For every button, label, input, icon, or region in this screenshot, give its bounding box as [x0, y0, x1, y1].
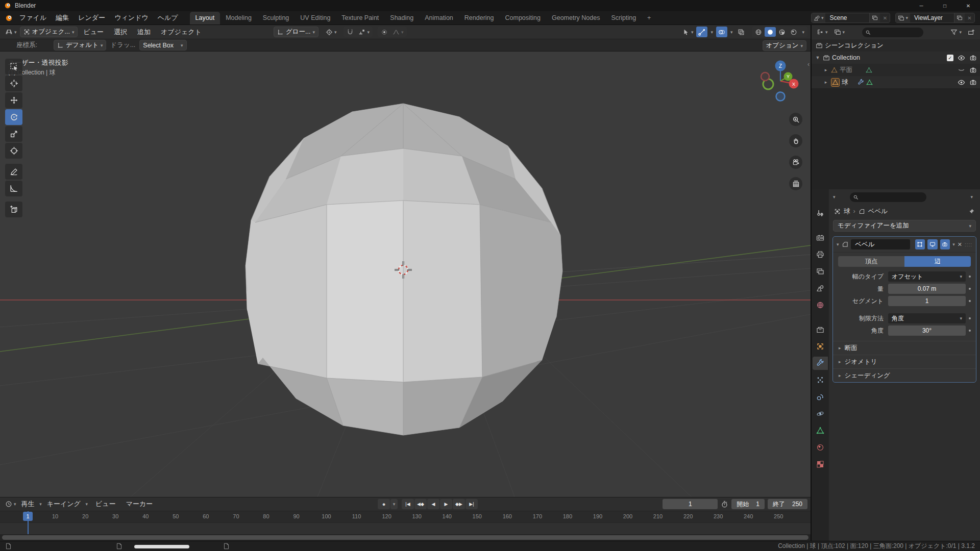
tab-object[interactable]	[813, 340, 828, 353]
view-layer-name[interactable]: ViewLayer	[910, 14, 954, 21]
stopwatch-icon[interactable]	[721, 500, 728, 508]
playback-menu[interactable]: 再生 ▾	[19, 499, 44, 510]
hide-eye-icon[interactable]	[958, 79, 965, 86]
tool-rotate[interactable]	[5, 109, 22, 125]
editor-type-button[interactable]: ▾	[3, 27, 19, 37]
auto-keying-dropdown[interactable]: ▾	[390, 499, 398, 509]
scene-unlink-button[interactable]: ✕	[879, 13, 890, 22]
expand-open-icon[interactable]: ▼	[815, 55, 821, 60]
view-layer-browse-button[interactable]: ▾	[896, 13, 910, 22]
play-button[interactable]: ▶	[440, 499, 452, 509]
axis-neg-x-handle[interactable]	[761, 72, 769, 81]
axis-neg-z-handle[interactable]	[776, 92, 785, 101]
section-shading[interactable]: ▸ シェーディング	[833, 368, 976, 382]
outliner-editor-type-button[interactable]: ▾	[815, 27, 830, 38]
menu-render[interactable]: レンダー	[74, 11, 110, 24]
drag-handle[interactable]: ::::	[965, 242, 972, 247]
properties-filter-dropdown[interactable]: ▾	[970, 194, 973, 199]
animate-dot[interactable]	[966, 276, 974, 278]
shading-rendered-button[interactable]	[788, 27, 799, 37]
menu-file[interactable]: ファイル	[15, 11, 51, 24]
collection-checkbox[interactable]: ✓	[947, 55, 953, 61]
jump-to-start-button[interactable]: |◀	[402, 499, 414, 509]
transform-orientation-dropdown[interactable]: グロー... ▾	[274, 27, 318, 37]
menu-help[interactable]: ヘルプ	[153, 11, 183, 24]
workspace-tab-animation[interactable]: Animation	[419, 12, 459, 24]
menu-view[interactable]: ビュー	[79, 26, 108, 39]
scene-selector[interactable]: ▾ Scene ✕	[811, 13, 891, 23]
keying-menu[interactable]: キーイング ▾	[45, 499, 90, 510]
mode-dropdown[interactable]: オブジェク... ▾	[20, 27, 78, 37]
minimize-button[interactable]: ─	[910, 0, 933, 11]
width-type-dropdown[interactable]: オフセット ▾	[888, 271, 966, 282]
proportional-falloff-dropdown[interactable]: ▾	[390, 27, 406, 37]
tab-tool[interactable]	[813, 207, 828, 220]
workspace-tab-texture-paint[interactable]: Texture Paint	[336, 12, 384, 24]
object-visibility-dropdown[interactable]: ▾	[680, 27, 696, 37]
sidebar-toggle-arrow[interactable]: ‹	[807, 61, 810, 68]
show-gizmo-toggle[interactable]	[696, 27, 707, 37]
tab-object-data[interactable]	[813, 424, 828, 437]
navigation-gizmo[interactable]: Z Y X	[757, 56, 803, 107]
tab-physics[interactable]	[813, 390, 828, 404]
workspace-tab-scripting[interactable]: Scripting	[605, 12, 642, 24]
menu-edit[interactable]: 編集	[51, 11, 74, 24]
add-workspace-button[interactable]: +	[642, 12, 656, 24]
tab-view-layer[interactable]	[813, 265, 828, 278]
tab-render[interactable]	[813, 231, 828, 244]
coord-system-dropdown[interactable]: デフォルト ▾	[54, 40, 107, 51]
breadcrumb-object[interactable]: 球	[844, 207, 850, 216]
animate-dot[interactable]	[966, 317, 974, 319]
next-keyframe-button[interactable]: ◆▶	[453, 499, 465, 509]
snap-toggle[interactable]	[345, 27, 356, 37]
timeline-track[interactable]	[0, 522, 811, 534]
scene-browse-button[interactable]: ▾	[812, 13, 826, 22]
workspace-tab-shading[interactable]: Shading	[384, 12, 419, 24]
disable-render-camera-icon[interactable]	[969, 79, 977, 86]
breadcrumb-modifier[interactable]: ベベル	[868, 207, 888, 216]
shading-solid-button[interactable]	[765, 27, 776, 37]
workspace-tab-compositing[interactable]: Compositing	[499, 12, 546, 24]
tool-cursor[interactable]	[5, 76, 22, 91]
frame-start-field[interactable]: 開始 1	[731, 499, 765, 509]
tab-world[interactable]	[813, 298, 828, 312]
scene-copy-button[interactable]	[869, 13, 879, 22]
workspace-tab-geometry-nodes[interactable]: Geometry Nodes	[546, 12, 605, 24]
properties-context-dropdown[interactable]: ▾	[833, 194, 836, 199]
shading-material-button[interactable]	[776, 27, 788, 37]
outliner-row-sphere[interactable]: ▸ 球	[812, 76, 980, 88]
timeline-scrollbar-thumb[interactable]	[2, 535, 808, 540]
timeline-scrollbar[interactable]	[0, 534, 811, 541]
play-reverse-button[interactable]: ◀	[427, 499, 439, 509]
tab-scene[interactable]	[813, 282, 828, 295]
tool-transform[interactable]	[5, 143, 22, 159]
outliner-display-mode-dropdown[interactable]: ▾	[832, 27, 847, 38]
workspace-tab-layout[interactable]: Layout	[190, 12, 220, 24]
modifier-render-toggle[interactable]	[940, 239, 950, 249]
options-dropdown[interactable]: オプション ▾	[763, 40, 807, 51]
tab-material[interactable]	[813, 441, 828, 454]
animate-dot[interactable]	[966, 330, 974, 332]
pivot-point-dropdown[interactable]: ▾	[324, 27, 339, 37]
section-profile[interactable]: ▸ 断面	[833, 341, 976, 355]
timeline-ruler[interactable]: 1020304050607080901001101201301401501601…	[0, 511, 811, 534]
hide-eye-icon[interactable]	[958, 54, 965, 62]
timeline-marker-menu[interactable]: マーカー	[121, 497, 158, 511]
shading-dropdown[interactable]: ▾	[800, 27, 806, 37]
drag-mode-dropdown[interactable]: Select Box ▾	[139, 40, 186, 51]
pin-icon[interactable]	[968, 208, 975, 215]
outliner-row-collection[interactable]: ▼ Collection ✓	[812, 52, 980, 64]
animate-dot[interactable]	[966, 288, 974, 290]
limit-method-dropdown[interactable]: 角度 ▾	[888, 313, 966, 323]
modifier-delete-button[interactable]: ✕	[958, 241, 962, 248]
modifier-extras-dropdown[interactable]: ▾	[952, 242, 955, 247]
disable-render-camera-icon[interactable]	[969, 66, 977, 74]
workspace-tab-modeling[interactable]: Modeling	[220, 12, 257, 24]
sphere-object[interactable]	[246, 104, 562, 435]
affect-vertices-button[interactable]: 頂点	[838, 256, 904, 267]
tool-measure[interactable]	[5, 181, 22, 196]
workspace-tab-rendering[interactable]: Rendering	[459, 12, 500, 24]
auto-keying-button[interactable]: ●	[378, 499, 390, 509]
blender-menu-button[interactable]	[3, 13, 15, 23]
tab-particles[interactable]	[813, 373, 828, 387]
